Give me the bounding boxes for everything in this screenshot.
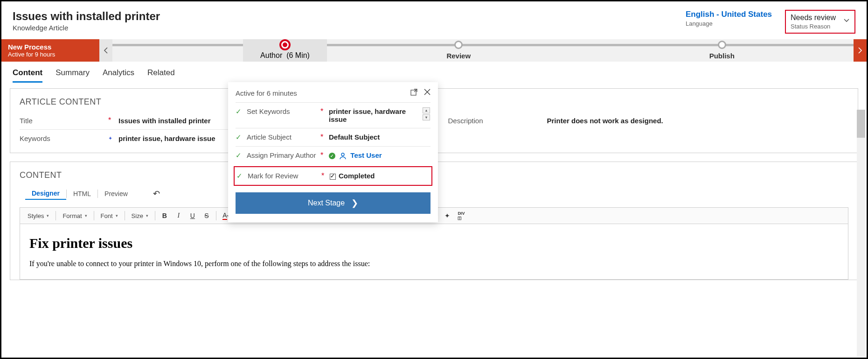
undo-icon[interactable]: ↶ (153, 189, 160, 199)
title-label: Title (20, 117, 108, 125)
tab-summary[interactable]: Summary (56, 68, 90, 83)
sparkle-button[interactable]: ✦ (442, 211, 453, 221)
stage-author-dot-icon (279, 39, 291, 50)
chevron-right-icon: ❯ (351, 198, 358, 208)
stage-publish-label: Publish (709, 52, 735, 60)
stage-review-dot-icon (454, 41, 463, 49)
separator (94, 211, 94, 220)
stage-author[interactable]: Author (6 Min) (243, 39, 327, 62)
vertical-scrollbar[interactable] (857, 110, 865, 357)
required-icon: * (321, 172, 326, 180)
process-name: New Process (8, 43, 93, 51)
format-dropdown[interactable]: Format▾ (60, 211, 90, 220)
separator (216, 211, 216, 220)
div-button[interactable]: DIV◫ (456, 211, 467, 221)
language-value: English - United States (686, 10, 772, 19)
svg-point-8 (341, 153, 344, 156)
stage-author-label: Author (6 Min) (260, 51, 310, 60)
stage-publish[interactable]: Publish (590, 39, 854, 62)
recommended-icon: ✦ (108, 135, 112, 141)
process-active-time: Active for 9 hours (8, 51, 93, 58)
person-icon (339, 152, 347, 160)
flyout-keywords-value[interactable]: printer issue, hardware issue (329, 107, 418, 123)
language-label: Language (686, 20, 772, 27)
font-dropdown[interactable]: Font▾ (98, 211, 121, 220)
presence-icon: ✓ (329, 153, 335, 159)
stage-review-label: Review (446, 52, 471, 60)
flyout-subject-value[interactable]: Default Subject (329, 133, 431, 141)
required-icon: * (108, 116, 112, 125)
next-stage-button[interactable]: Next Stage ❯ (236, 192, 431, 214)
language-field[interactable]: English - United States Language (686, 10, 772, 27)
popout-icon[interactable] (410, 89, 417, 98)
status-reason-dropdown[interactable]: Needs review Status Reason (785, 10, 855, 34)
process-prev-button[interactable] (99, 39, 112, 62)
checkbox-icon[interactable] (330, 174, 336, 180)
underline-button[interactable]: U (187, 211, 198, 221)
entity-type: Knowledge Article (13, 24, 160, 32)
flyout-subject-label: Article Subject (247, 133, 317, 141)
flyout-title: Active for 6 minutes (236, 89, 297, 97)
content-paragraph[interactable]: If you're unable to connect to your prin… (29, 260, 839, 268)
tab-analytics[interactable]: Analytics (103, 68, 134, 83)
description-label: Description (448, 117, 537, 125)
flyout-author-label: Assign Primary Author (247, 151, 317, 159)
check-icon: ✓ (236, 172, 244, 180)
description-field[interactable]: Printer does not work as designed. (547, 117, 663, 125)
page-title: Issues with installed printer (13, 10, 160, 23)
process-next-button[interactable] (854, 39, 867, 62)
status-value: Needs review (791, 14, 836, 22)
strikethrough-button[interactable]: S (201, 211, 212, 221)
size-dropdown[interactable]: Size▾ (129, 211, 151, 220)
process-header[interactable]: New Process Active for 9 hours (1, 39, 99, 62)
content-heading-text[interactable]: Fix printer issues (29, 235, 839, 251)
separator (155, 211, 155, 220)
check-icon: ✓ (236, 133, 243, 141)
scroll-thumb[interactable] (857, 110, 865, 138)
form-tabs: Content Summary Analytics Related (1, 62, 867, 83)
flyout-mark-label: Mark for Review (248, 172, 318, 180)
styles-dropdown[interactable]: Styles▾ (25, 211, 52, 220)
scroll-up-icon[interactable]: ▴ (423, 107, 430, 113)
mark-for-review-highlight: ✓ Mark for Review * Completed (234, 166, 432, 186)
title-field[interactable]: Issues with installed printer (118, 117, 211, 125)
business-process-bar: New Process Active for 9 hours Author (6… (1, 39, 867, 62)
flyout-author-value[interactable]: ✓ Test User (329, 151, 431, 160)
stage-publish-dot-icon (718, 41, 726, 49)
scroll-down-icon[interactable]: ▾ (423, 114, 430, 120)
keywords-label: Keywords (20, 134, 108, 142)
required-icon: * (320, 151, 325, 160)
flyout-mark-value[interactable]: Completed (330, 172, 430, 180)
status-label: Status Reason (791, 23, 836, 30)
check-icon: ✓ (236, 151, 243, 160)
editor-body[interactable]: Fix printer issues If you're unable to c… (20, 224, 848, 280)
required-icon: * (320, 133, 325, 141)
close-icon[interactable] (424, 89, 431, 98)
separator (56, 211, 56, 220)
editor-tab-html[interactable]: HTML (67, 188, 97, 199)
tab-content[interactable]: Content (13, 68, 42, 83)
editor-tab-preview[interactable]: Preview (98, 188, 134, 199)
tab-related[interactable]: Related (147, 68, 175, 83)
stage-review[interactable]: Review (327, 39, 590, 62)
check-icon: ✓ (236, 107, 243, 116)
required-icon: * (320, 107, 325, 116)
stage-flyout: Active for 6 minutes ✓ Set Keywords * pr… (228, 82, 438, 222)
chevron-down-icon (843, 17, 850, 26)
keywords-field[interactable]: printer issue, hardware issue (118, 134, 215, 142)
italic-button[interactable]: I (173, 211, 184, 221)
flyout-keywords-label: Set Keywords (247, 107, 317, 115)
bold-button[interactable]: B (159, 211, 170, 221)
editor-tab-designer[interactable]: Designer (25, 188, 66, 200)
separator (125, 211, 125, 220)
